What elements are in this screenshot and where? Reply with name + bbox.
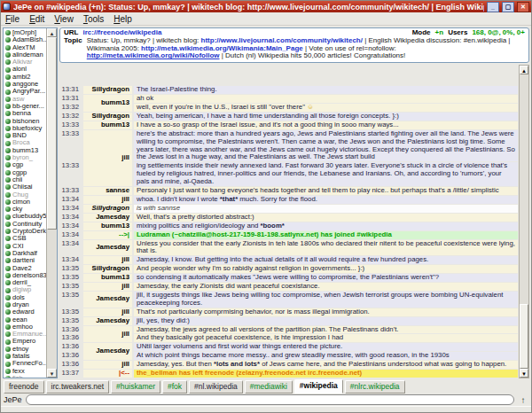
nick-label[interactable]: bumm13 (83, 95, 132, 112)
nicklist-user[interactable]: edward (4, 308, 46, 316)
nicklist-user[interactable]: Emmanue... (4, 331, 46, 338)
nicklist-user[interactable]: CryptoDerk (4, 228, 46, 235)
nicklist-user[interactable]: fatalis (4, 353, 46, 360)
nicklist-scrollbar[interactable]: ▲ ▼ (46, 28, 57, 378)
nicklist-user[interactable]: derril_ (4, 279, 46, 286)
tab-freenode[interactable]: freenode (4, 380, 44, 394)
nick-label[interactable]: Jamesday (83, 292, 132, 308)
nicklist-user[interactable]: Broca (4, 139, 46, 146)
nick-label[interactable]: jill (83, 130, 132, 186)
nick-label[interactable]: Jamesday (83, 343, 132, 360)
nicklist-user[interactable]: etnoy (4, 346, 46, 353)
chat-scroll-track[interactable] (520, 74, 528, 369)
nicklist-user[interactable]: chii (4, 176, 46, 183)
nicklist-user[interactable]: anggone (4, 81, 46, 88)
nicklist-user[interactable]: CSB (4, 235, 46, 242)
nicklist-user[interactable]: byron_ (4, 154, 46, 161)
nick-label[interactable]: jill (83, 308, 132, 316)
nicklist-user[interactable]: digiwp (4, 286, 46, 293)
nick-label[interactable]: jill (83, 361, 132, 369)
chat-scrollbar[interactable]: ▲ ▼ (519, 65, 529, 378)
tab-huiskamer[interactable]: #huiskamer (111, 380, 160, 394)
nicklist-user[interactable]: dols (4, 294, 46, 301)
nicklist-user[interactable]: asw (4, 96, 46, 103)
nick-label[interactable]: Sillydragon (83, 265, 132, 273)
nicklist-user[interactable]: BND (4, 132, 46, 139)
close-button[interactable]: ✕ (517, 2, 529, 12)
tab-mediawiki[interactable]: #mediawiki (245, 380, 293, 394)
scroll-down-icon[interactable]: ▼ (520, 369, 528, 378)
scroll-down-icon[interactable]: ▼ (47, 369, 57, 378)
nick-label[interactable]: Sillydragon (83, 205, 132, 213)
nick-label[interactable]: jill (83, 283, 132, 291)
nicklist-user[interactable]: bumm13 (4, 147, 46, 154)
nick-label[interactable]: bumm13 (83, 274, 132, 282)
nick-label[interactable]: jill (83, 256, 132, 264)
menu-view[interactable]: View (54, 14, 74, 24)
nicklist-user[interactable]: AngryPar... (4, 88, 46, 95)
nicklist-scroll-track[interactable] (47, 37, 57, 369)
chat-input[interactable] (26, 394, 514, 405)
nicklist-user[interactable]: cluebuddy5 (4, 213, 46, 220)
nicklist-user[interactable]: cgp (4, 161, 46, 168)
scroll-up-icon[interactable]: ▲ (520, 66, 528, 74)
title-bar[interactable]: JePe on #wikipedia (+n): Status: Up, mmk… (1, 1, 531, 12)
nicklist-user[interactable]: denelson83 (4, 272, 46, 279)
nicklist-user[interactable]: Alkivar (4, 58, 46, 66)
maximize-button[interactable]: ▢ (502, 2, 514, 12)
nicklist-user[interactable]: Chiisai (4, 183, 46, 191)
chat-scroll-thumb[interactable] (520, 304, 528, 369)
nicklist-user[interactable]: Chug (4, 191, 46, 199)
menu-tools[interactable]: Tools (83, 14, 104, 24)
nicklist-user[interactable]: bluefoxicy (4, 125, 46, 132)
nicklist-user[interactable]: AlexTM (4, 44, 46, 51)
nicklist-user[interactable]: alindeman (4, 51, 46, 58)
nicklist-user[interactable]: fish_ (4, 375, 46, 378)
menu-help[interactable]: Help (113, 14, 132, 24)
send-arrow-button[interactable]: ↑ (518, 395, 528, 405)
menu-edit[interactable]: Edit (29, 14, 44, 24)
nicklist-user[interactable]: dartteni (4, 257, 46, 264)
nicklist-user[interactable]: alonl (4, 66, 46, 73)
menu-file[interactable]: File (5, 14, 20, 24)
tab-wikipedia[interactable]: #wikipedia (294, 379, 343, 394)
nicklist-user[interactable]: ambi2 (4, 74, 46, 81)
topic-link[interactable]: http://meta.wikimedia.org/wiki/Nofollow (87, 51, 220, 59)
nicklist-user[interactable]: dryan (4, 301, 46, 308)
nick-label[interactable]: sannse (83, 187, 132, 195)
nicklist-user[interactable]: Continuity (4, 221, 46, 228)
nicklist-user[interactable]: bishonen (4, 118, 46, 125)
nick-label[interactable]: Jamesday (83, 240, 132, 256)
tab-irc-tweakers-net[interactable]: irc.tweakers.net (46, 380, 110, 394)
nicklist-user[interactable]: cimon (4, 199, 46, 206)
nick-label[interactable]: jill (83, 326, 132, 343)
nicklist-user[interactable]: benna (4, 110, 46, 117)
nicklist-scroll-thumb[interactable] (47, 37, 57, 230)
nicklist-user[interactable]: fexx (4, 368, 46, 375)
nicklist-user[interactable]: Darkhalf (4, 250, 46, 257)
tab-nlrc-wikipedia[interactable]: #nlrc.wikipedia (345, 380, 405, 394)
nicklist-user[interactable]: bb-gener... (4, 103, 46, 110)
nick-label[interactable]: jill (83, 196, 132, 204)
nicklist-user[interactable]: cky (4, 206, 46, 213)
nicklist-user[interactable]: eean (4, 316, 46, 323)
tab-nl-wikipedia[interactable]: #nl.wikipedia (189, 380, 243, 394)
scroll-up-icon[interactable]: ▲ (47, 28, 57, 37)
nicklist-user[interactable]: AdamBish... (4, 36, 46, 43)
nick-label[interactable]: bumm13 (83, 222, 132, 230)
nicklist-user[interactable]: Empero (4, 338, 46, 345)
nick-label[interactable]: Jamesday (83, 317, 132, 325)
nicklist-user[interactable]: cgpp (4, 169, 46, 176)
minimize-button[interactable]: _ (487, 2, 499, 12)
nick-label[interactable]: Sillydragon (83, 113, 132, 121)
channel-url-link[interactable]: irc://freenode/wikipedia (82, 29, 161, 36)
nicklist-user[interactable]: FennecFo... (4, 360, 46, 367)
nicklist-user[interactable]: emhoo (4, 323, 46, 331)
tab-fok[interactable]: #fok (162, 380, 187, 394)
nick-label[interactable]: Sillydragon (83, 86, 132, 94)
nicklist-user[interactable]: Dave2 (4, 265, 46, 272)
nick-label[interactable]: bumm13 (83, 121, 132, 129)
nick-label[interactable]: Jamesday (83, 214, 132, 222)
nicklist-user[interactable]: CXI (4, 243, 46, 250)
nicklist-user[interactable]: [mOrph] (4, 29, 46, 36)
